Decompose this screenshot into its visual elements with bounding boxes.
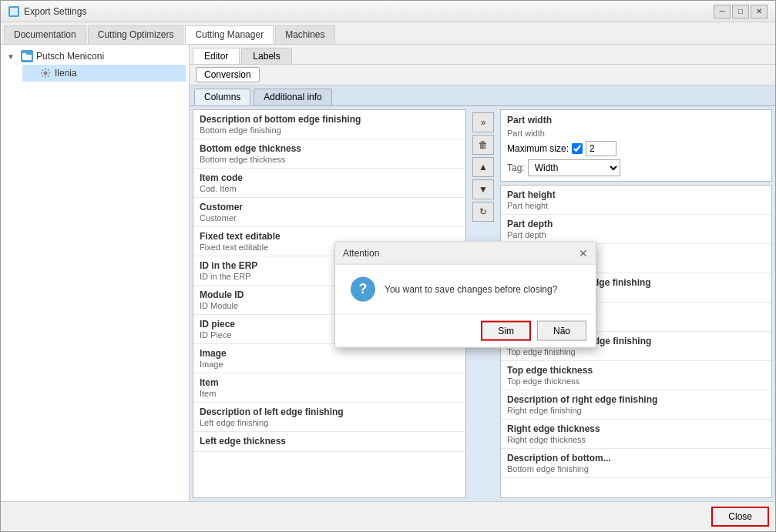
part-width-sub: Part width [507,129,765,138]
up-arrow-icon: ▲ [479,162,488,172]
gear-icon [39,67,52,79]
sub-tabs: Columns Additional info [190,85,775,106]
svg-rect-0 [10,8,18,15]
attention-dialog: Attention ✕ ? You want to save changes b… [334,241,596,347]
sidebar-item-putsch[interactable]: ▼ Putsch Meniconi [4,48,186,65]
tab-cutting-optimizers[interactable]: Cutting Optimizers [88,25,184,44]
left-item-9[interactable]: Item Item [193,373,465,403]
svg-rect-1 [22,55,32,60]
tag-select[interactable]: Width Height Depth Item Code [528,159,620,176]
close-main-button[interactable]: Close [711,507,769,527]
maxsize-checkbox[interactable] [572,143,583,154]
sidebar-label-putsch: Putsch Meniconi [36,51,104,62]
delete-button[interactable]: 🗑 [472,135,494,155]
question-icon: ? [351,276,375,301]
dialog-body: ? You want to save changes before closin… [335,264,596,313]
tree-expand-icon: ▼ [7,52,18,61]
tab-columns[interactable]: Columns [194,89,250,105]
right-item-9[interactable]: Description of bottom... Bottom edge fin… [501,449,771,478]
right-item-6[interactable]: Top edge thickness Top edge thickness [501,361,771,390]
dialog-close-button[interactable]: ✕ [579,246,588,259]
sidebar-item-ilenia[interactable]: Ilenia [22,65,186,82]
right-item-8[interactable]: Right edge thickness Right edge thicknes… [501,420,771,449]
dialog-no-button[interactable]: Não [537,320,586,340]
tab-editor[interactable]: Editor [193,48,240,64]
conversion-button[interactable]: Conversion [196,67,260,82]
left-item-3[interactable]: Customer Customer [193,198,465,227]
tab-additional-info[interactable]: Additional info [254,89,331,105]
part-width-title: Part width [507,115,552,125]
left-item-11[interactable]: Left edge thickness [193,432,465,452]
tag-label: Tag: [507,162,525,173]
svg-point-3 [44,72,48,75]
dialog-footer: Sim Não [335,313,596,346]
left-item-2[interactable]: Item code Cod. Item [193,169,465,198]
title-bar: Export Settings ─ □ ✕ [1,1,775,22]
down-arrow-icon: ▼ [479,184,488,195]
svg-rect-2 [22,53,26,55]
bottom-bar: Close [1,501,775,531]
left-item-10[interactable]: Description of left edge finishing Left … [193,403,465,432]
maxsize-label: Maximum size: [507,143,569,154]
sidebar-label-ilenia: Ilenia [55,68,77,79]
right-item-1[interactable]: Part depth Part depth [501,215,771,244]
left-item-1[interactable]: Bottom edge thickness Bottom edge thickn… [193,139,465,169]
left-item-8[interactable]: Image Image [193,344,465,373]
sidebar: ▼ Putsch Meniconi Ilenia [1,45,190,501]
editor-tabs: Editor Labels [190,45,775,65]
tab-machines[interactable]: Machines [275,25,334,44]
dialog-message: You want to save changes before closing? [385,283,557,294]
tab-documentation[interactable]: Documentation [4,25,86,44]
dialog-yes-button[interactable]: Sim [481,320,531,340]
refresh-icon: ↻ [479,206,487,217]
main-tabs: Documentation Cutting Optimizers Cutting… [1,22,775,45]
move-right-all-button[interactable]: » [472,112,494,132]
delete-icon: 🗑 [479,139,488,150]
maximize-button[interactable]: □ [732,5,749,18]
folder-icon [21,50,33,62]
double-arrow-right-icon: » [481,117,486,128]
move-down-button[interactable]: ▼ [472,179,494,199]
window-icon [8,6,19,17]
right-item-0[interactable]: Part height Part height [501,186,771,215]
right-item-7[interactable]: Description of right edge finishing Righ… [501,390,771,420]
right-top-section: Part width Part width Maximum size: Tag:… [500,109,772,182]
tab-labels[interactable]: Labels [241,48,291,64]
maxsize-input[interactable] [586,141,616,156]
dialog-title-bar: Attention ✕ [335,242,596,264]
window-controls: ─ □ ✕ [714,5,768,18]
move-up-button[interactable]: ▲ [472,157,494,177]
dialog-title-text: Attention [343,247,379,258]
window-title: Export Settings [24,6,86,17]
left-item-0[interactable]: Description of bottom edge finishing Bot… [193,110,465,139]
tab-cutting-manager[interactable]: Cutting Manager [185,25,274,44]
minimize-button[interactable]: ─ [714,5,731,18]
window-close-button[interactable]: ✕ [751,5,768,18]
refresh-button[interactable]: ↻ [472,202,494,222]
conversion-bar: Conversion [190,65,775,85]
